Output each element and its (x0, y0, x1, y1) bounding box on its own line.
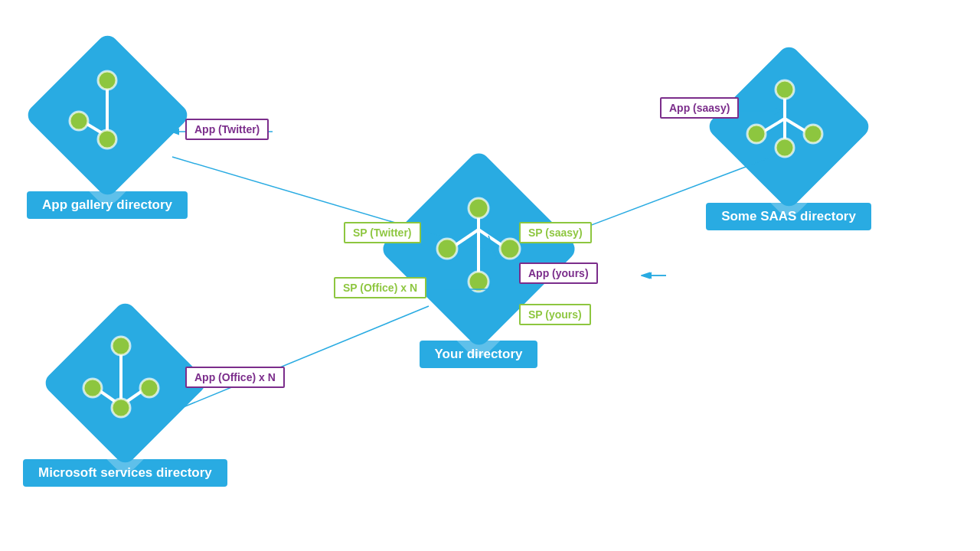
svg-point-25 (469, 198, 488, 218)
svg-point-28 (469, 272, 488, 292)
svg-point-32 (776, 80, 794, 99)
sp-saasy-box: SP (saasy) (519, 222, 592, 243)
svg-point-27 (500, 239, 520, 259)
svg-point-35 (776, 139, 794, 157)
app-yours-box: App (yours) (519, 262, 598, 284)
svg-point-7 (70, 112, 88, 130)
sp-twitter-box: SP (Twitter) (344, 222, 421, 243)
app-gallery-diamond (23, 31, 191, 199)
svg-point-20 (140, 379, 158, 397)
your-directory: Your directory (379, 149, 578, 368)
sp-office-box: SP (Office) x N (334, 277, 426, 298)
svg-point-33 (747, 125, 766, 143)
svg-point-26 (437, 239, 457, 259)
app-gallery-directory: App gallery directory (23, 31, 191, 219)
sp-yours-box: SP (yours) (519, 304, 591, 325)
svg-point-18 (112, 337, 130, 355)
app-twitter-box: App (Twitter) (185, 119, 269, 140)
app-office-box: App (Office) x N (185, 367, 285, 388)
svg-point-6 (98, 71, 116, 90)
saas-directory: Some SAAS directory (704, 42, 873, 230)
app-saasy-box: App (saasy) (660, 97, 739, 119)
microsoft-diamond (41, 298, 209, 467)
svg-point-34 (804, 125, 822, 143)
svg-point-8 (98, 130, 116, 148)
svg-point-21 (112, 399, 130, 417)
saas-diamond (704, 42, 873, 210)
svg-point-19 (83, 379, 102, 397)
microsoft-directory: Microsoft services directory (23, 298, 227, 487)
